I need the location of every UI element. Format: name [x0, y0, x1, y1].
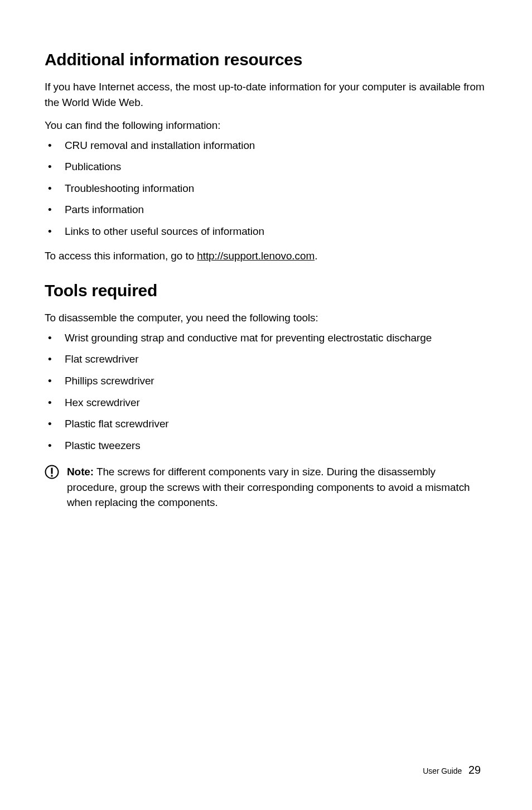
para-access-link: To access this information, go to http:/… — [45, 250, 487, 262]
page-footer: User Guide 29 — [423, 764, 481, 777]
access-suffix: . — [315, 250, 317, 262]
list-item: Hex screwdriver — [45, 395, 487, 411]
list-item: Parts information — [45, 202, 487, 218]
note-label: Note: — [67, 466, 94, 478]
list-item: Plastic flat screwdriver — [45, 416, 487, 432]
note-text: Note: The screws for different component… — [67, 464, 487, 510]
svg-rect-2 — [51, 475, 53, 477]
access-prefix: To access this information, go to — [45, 250, 197, 262]
para-find-info: You can find the following information: — [45, 118, 487, 133]
list-info-items: CRU removal and installation information… — [45, 138, 487, 239]
heading-additional-resources: Additional information resources — [45, 50, 487, 69]
list-item: Troubleshooting information — [45, 181, 487, 196]
para-internet-access: If you have Internet access, the most up… — [45, 79, 487, 110]
list-item: Links to other useful sources of informa… — [45, 224, 487, 239]
list-item: Wrist grounding strap and conductive mat… — [45, 330, 487, 346]
svg-rect-1 — [51, 468, 53, 474]
list-tools: Wrist grounding strap and conductive mat… — [45, 330, 487, 453]
heading-tools-required: Tools required — [45, 281, 487, 300]
note-block: Note: The screws for different component… — [45, 464, 487, 510]
note-body: The screws for different components vary… — [67, 466, 470, 508]
info-icon — [45, 465, 59, 481]
section-tools-required: Tools required To disassemble the comput… — [45, 281, 487, 510]
footer-label: User Guide — [423, 766, 462, 775]
list-item: CRU removal and installation information — [45, 138, 487, 153]
list-item: Flat screwdriver — [45, 351, 487, 367]
para-disassemble: To disassemble the computer, you need th… — [45, 310, 487, 326]
section-additional-resources: Additional information resources If you … — [45, 50, 487, 262]
support-link[interactable]: http://support.lenovo.com — [197, 250, 315, 262]
list-item: Phillips screwdriver — [45, 373, 487, 389]
list-item: Publications — [45, 159, 487, 175]
page-number: 29 — [468, 764, 481, 776]
list-item: Plastic tweezers — [45, 438, 487, 454]
